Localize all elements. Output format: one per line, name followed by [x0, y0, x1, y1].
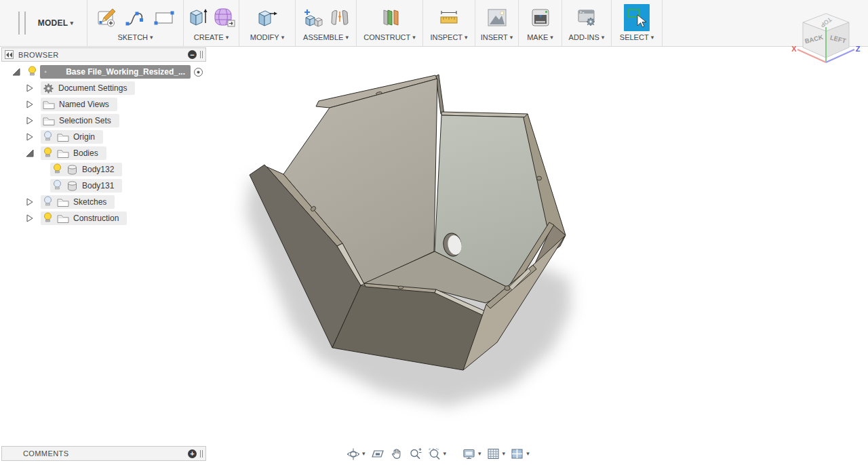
component-icon: [44, 66, 47, 78]
look-at-button[interactable]: [369, 446, 387, 462]
tree-item-label: Named Views: [59, 100, 109, 109]
collapsed-arrow-icon[interactable]: [26, 117, 34, 125]
collapsed-arrow-icon[interactable]: [26, 198, 34, 206]
browser-title: BROWSER: [18, 51, 59, 59]
browser-remove-button[interactable]: −: [188, 50, 197, 59]
folder-icon: [57, 214, 69, 224]
display-settings-button[interactable]: [460, 446, 484, 462]
tree-item[interactable]: Construction: [41, 211, 127, 225]
lightbulb-off-icon[interactable]: [43, 196, 53, 208]
create-form-button[interactable]: [212, 4, 237, 31]
viewports-button[interactable]: [509, 446, 532, 462]
browser-collapse-button[interactable]: [5, 50, 14, 59]
group-label-inspect[interactable]: INSPECT: [430, 33, 467, 41]
joint-icon: [329, 7, 351, 28]
toolbar-group-inspect: INSPECT: [422, 0, 475, 46]
screw-hole: [398, 286, 403, 289]
group-label-insert[interactable]: INSERT: [481, 33, 513, 41]
tree-row-document-settings[interactable]: Document Settings: [0, 80, 207, 96]
group-label-select[interactable]: SELECT: [620, 33, 654, 41]
view-cube[interactable]: TOP BACK LEFT X Z: [789, 7, 863, 80]
tree-row-sketches[interactable]: Sketches: [0, 194, 207, 210]
lightbulb-off-icon[interactable]: [43, 131, 53, 143]
collapsed-arrow-icon[interactable]: [26, 100, 34, 108]
workspace-switcher[interactable]: MODEL: [0, 0, 87, 46]
activate-component-radio[interactable]: [193, 67, 203, 77]
lightbulb-on-icon[interactable]: [43, 147, 53, 159]
tree-item-label: Body132: [82, 165, 114, 174]
body-icon: [66, 180, 78, 192]
lightbulb-on-icon[interactable]: [52, 163, 62, 176]
group-label-addins[interactable]: ADD-INS: [569, 33, 605, 41]
tree-item-label: Body131: [82, 181, 114, 190]
fusion360-window: { "toolbar": { "workspace": { "label": "…: [0, 0, 868, 465]
tree-row-root[interactable]: Base File_Working_Resized_...: [0, 64, 207, 80]
create-sketch-icon: [96, 7, 118, 28]
extrude-button[interactable]: [186, 4, 210, 31]
screw-hole: [505, 286, 510, 291]
zoom-window-button[interactable]: [426, 446, 449, 462]
tree-row-construction[interactable]: Construction: [0, 210, 207, 226]
spline-button[interactable]: [123, 4, 149, 31]
collapsed-arrow-icon[interactable]: [26, 214, 34, 222]
group-label-modify[interactable]: MODIFY: [250, 33, 284, 41]
comments-resize-handle[interactable]: [200, 450, 203, 458]
create-sketch-button[interactable]: [94, 4, 120, 31]
tree-row-origin[interactable]: Origin: [0, 129, 207, 145]
pan-hand-icon: [390, 447, 403, 461]
orbit-button[interactable]: [344, 446, 368, 462]
insert-button[interactable]: [484, 4, 510, 31]
group-label-assemble[interactable]: ASSEMBLE: [303, 33, 349, 41]
expanded-arrow-icon[interactable]: [26, 149, 34, 157]
group-label-sketch[interactable]: SKETCH: [117, 33, 153, 41]
measure-button[interactable]: [436, 4, 462, 31]
add-comment-button[interactable]: +: [188, 449, 197, 458]
comments-header[interactable]: COMMENTS +: [1, 446, 206, 461]
pan-button[interactable]: [388, 446, 406, 462]
tree-item-label: Sketches: [73, 197, 106, 207]
measure-icon: [438, 7, 460, 28]
tree-item[interactable]: Named Views: [41, 98, 117, 111]
tree-item[interactable]: Sketches: [41, 195, 115, 209]
workspace-label[interactable]: MODEL: [38, 18, 74, 28]
tree-row-named-views[interactable]: Named Views: [0, 96, 207, 113]
insert-image-icon: [486, 7, 508, 28]
group-label-make[interactable]: MAKE: [527, 33, 553, 41]
toolbar-drag-handle[interactable]: [18, 12, 26, 35]
tree-item[interactable]: Selection Sets: [41, 114, 119, 127]
grid-button[interactable]: [485, 446, 508, 462]
tree-item[interactable]: Document Settings: [41, 81, 135, 95]
joint-button[interactable]: [328, 4, 351, 31]
construction-plane-button[interactable]: [377, 4, 403, 31]
make-button[interactable]: [528, 4, 553, 31]
collapsed-arrow-icon[interactable]: [26, 84, 34, 92]
press-pull-button[interactable]: [254, 4, 280, 31]
collapsed-arrow-icon[interactable]: [26, 133, 34, 141]
expanded-arrow-icon[interactable]: [12, 68, 20, 76]
toolbar-group-addins: ADD-INS: [561, 0, 611, 46]
browser-resize-handle[interactable]: [200, 51, 203, 58]
tree-row-selection-sets[interactable]: Selection Sets: [0, 113, 207, 129]
tree-row-bodies[interactable]: Bodies: [0, 145, 207, 161]
tree-item[interactable]: Body131: [50, 179, 122, 193]
tree-item[interactable]: Bodies: [41, 146, 106, 160]
tree-item-root[interactable]: Base File_Working_Resized_...: [40, 65, 191, 79]
tree-item[interactable]: Body132: [50, 163, 122, 176]
tree-item[interactable]: Origin: [41, 130, 103, 144]
lightbulb-off-icon[interactable]: [52, 180, 62, 192]
z-axis-label[interactable]: Z: [856, 45, 861, 53]
tree-row-body131[interactable]: Body131: [0, 178, 207, 194]
tree-row-body132[interactable]: Body132: [0, 161, 207, 178]
new-component-button[interactable]: [301, 4, 326, 31]
select-button[interactable]: [624, 4, 650, 31]
folder-icon: [43, 100, 55, 110]
two-point-rectangle-button[interactable]: [151, 4, 177, 31]
group-label-create[interactable]: CREATE: [194, 33, 229, 41]
lightbulb-on-icon[interactable]: [43, 212, 53, 224]
zoom-button[interactable]: [407, 446, 425, 462]
x-axis-label[interactable]: X: [791, 45, 797, 53]
group-label-construct[interactable]: CONSTRUCT: [363, 33, 416, 41]
add-ins-button[interactable]: [574, 4, 599, 31]
lightbulb-on-icon[interactable]: [27, 66, 37, 78]
scripts-add-ins-icon: [576, 7, 597, 28]
